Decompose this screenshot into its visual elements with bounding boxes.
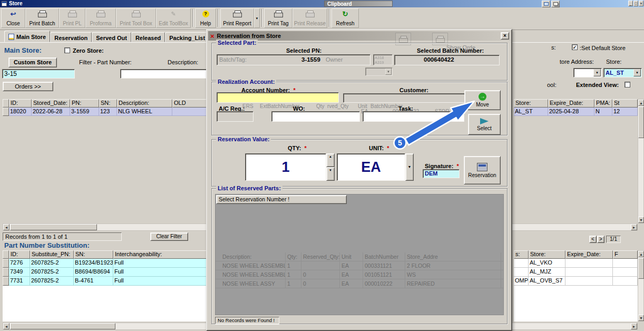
tab-reservation[interactable]: Reservation [50,32,92,42]
scrollbar-thumb[interactable] [10,323,115,329]
column-header: OLD [172,99,207,108]
ghost-combo-box: ▼ [365,67,393,76]
store-combo[interactable]: AL_ST ▼ [603,68,642,77]
scroll-left-icon[interactable]: ◄ [3,224,9,230]
extended-view-checkbox[interactable] [625,82,630,87]
clear-filter-button[interactable]: Clear Filter [150,232,188,241]
toolbar-button-print-pl: Print PL [59,8,85,28]
cell-substitute-pn: 2607825-2 [30,259,74,268]
minimize-button[interactable]: _ [628,1,633,6]
child-cascade-button[interactable] [551,1,560,7]
column-header: Store: [514,99,548,108]
ghost-column-header: Store_Addre [405,252,501,261]
scroll-left-icon[interactable]: ◄ [3,323,9,329]
reservation-machine-icon [477,163,487,171]
tab-main-store[interactable]: Main Store [4,31,50,42]
toolbar-label: Print Release [294,21,326,26]
toolbar-label: Edit ToolBox [159,21,188,26]
scroll-right-icon[interactable]: ► [631,323,637,329]
ghost-cell: 1 [286,270,301,279]
toolbar-button-refresh[interactable]: ↻ Refresh [331,8,359,28]
scroll-up-icon[interactable]: ▲ [638,251,644,257]
scroll-down-icon[interactable]: ▼ [638,217,644,223]
table-row[interactable]: 7731 2607825-2 B-4761 Full [3,277,207,286]
account-number-input[interactable] [217,92,339,103]
tab-label: Packing_List [169,35,205,41]
child-restore-button[interactable] [542,1,550,7]
toolbar-button-close[interactable]: ↩ Close [1,8,25,28]
zero-store-checkbox[interactable] [64,47,70,53]
unit-value-box[interactable]: EA [337,153,405,181]
clipboard-window-titlebar[interactable]: Clipboard [324,1,393,7]
column-header: ID: [9,99,32,108]
unit-dropdown-button[interactable]: ▼ [405,153,414,181]
window-restore-icon [544,2,549,6]
set-default-store-checkbox[interactable]: ✓ [572,44,578,50]
filter-part-number-label: Filter - Part Number: [79,59,132,65]
scroll-down-icon[interactable]: ▼ [638,315,644,321]
close-window-button[interactable]: × [639,1,643,6]
qty-spinner[interactable]: ▲ ▼ [326,153,335,181]
table-row[interactable]: AL_ST 2025-04-28 N 12 [514,108,638,116]
tab-packing-list[interactable]: Packing_List [165,32,209,42]
scrollbar-thumb[interactable] [638,106,644,138]
part-number-filter-input[interactable]: 3-15 [2,69,75,79]
ghost-cell: 000010222 [363,279,405,288]
description-filter-input[interactable] [120,69,207,79]
wo-input[interactable] [271,111,360,122]
printer-icon [96,11,105,17]
table-row[interactable]: AL_VKO [514,259,638,268]
cell-stored-date: 2022-06-28 [32,108,70,116]
cell-pn: 3-1559 [70,108,99,116]
dialog-close-button[interactable]: × [501,32,509,40]
toolbar-button-print-report[interactable]: Print Report [220,8,254,28]
substitution-vscrollbar[interactable]: ▲ ▼ [638,250,644,322]
cell-st: 12 [612,108,638,116]
ghost-table-row: NOSE WHEEL ASSEMBLY 1 EA 000331121 2 FLO… [216,261,503,270]
toolbar-button-print-batch[interactable]: Print Batch [25,8,59,28]
orders-button[interactable]: Orders >> [3,82,53,91]
store-address-combo[interactable]: ▼ [573,68,602,77]
toolbar-button-print-tag[interactable]: Print Tag [264,8,292,28]
ghost-column-header: Unit [340,252,363,261]
table-row[interactable]: 7276 2607825-2 B19234/B19234 Full [3,259,207,268]
chevron-down-icon[interactable]: ▼ [593,69,601,76]
toolbar-separator [192,9,193,27]
signature-input[interactable]: DEM [423,169,460,178]
chevron-down-icon[interactable]: ▼ [633,69,641,76]
qty-value-box[interactable]: 1 [245,153,326,181]
maximize-button[interactable]: □ [633,1,638,6]
show-orders-tail-label: s: [551,44,556,51]
extended-view-label: Extended View: [576,82,619,88]
table-row[interactable]: OMP AL_OVB_S7 [514,277,638,286]
scrollbar-thumb[interactable] [10,224,97,230]
table-row[interactable]: 18020 2022-06-28 3-1559 123 NLG WHEEL [3,108,207,116]
print-report-dropdown-button[interactable]: ▼ [254,8,260,28]
pager-prev-button[interactable]: < [589,236,597,243]
pager-next-button[interactable]: > [597,236,604,243]
ghost-column-header: Description: [221,252,286,261]
dialog-title: Reservation from Store [217,33,281,39]
reservation-button[interactable]: Reservation [464,156,501,184]
toolbar-button-help[interactable]: ? Help [195,8,216,28]
tab-released[interactable]: Released [131,32,165,42]
scroll-up-icon[interactable]: ▲ [638,100,644,106]
ghost-list-item: A319 [375,60,384,65]
table-row[interactable]: 7349 2607825-2 B8694/B8694 Full [3,268,207,277]
spinner-down-icon[interactable]: ▼ [326,167,335,181]
ghost-table: Description: Qty: Reserved_Qty: Unit Bat… [216,252,503,288]
spinner-up-icon[interactable]: ▲ [326,153,335,167]
ghost-column-header: Qty: [286,252,301,261]
column-header: PN: [70,99,99,108]
tab-served-out[interactable]: Served Out [92,32,131,42]
scrollbar-thumb[interactable] [638,258,644,279]
column-header: Interchangeability: [113,250,207,259]
custom-store-button[interactable]: Custom Store [8,57,57,67]
form-icon [8,34,14,40]
main-grid-vscrollbar[interactable]: ▲ ▼ [638,99,644,223]
scroll-right-icon[interactable]: ► [631,224,637,230]
printer-icon [38,11,47,17]
select-reservation-header-button[interactable]: Select Reservation Number ! [216,195,347,204]
table-row[interactable]: AL_MJZ [514,268,638,277]
ghost-grid-text: Qty [316,103,325,109]
